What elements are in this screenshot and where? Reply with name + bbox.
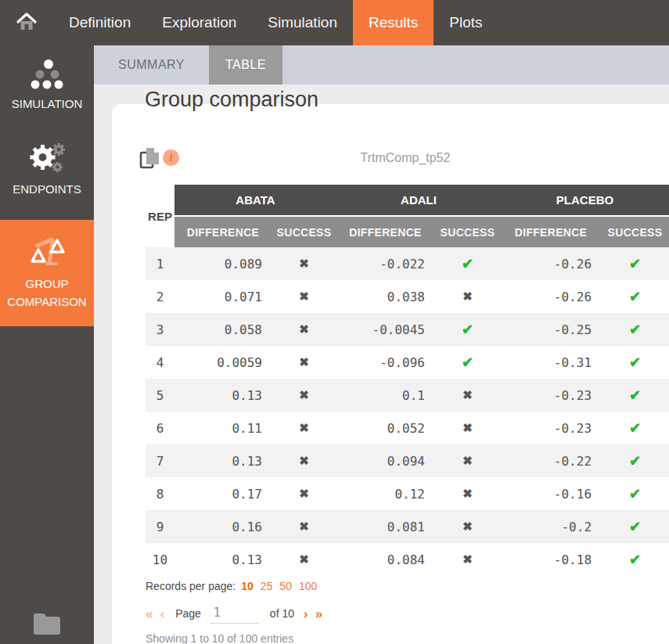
success-check-icon: ✔: [629, 552, 641, 567]
table-row: 20.071✖0.038✖-0.26✔: [146, 280, 669, 313]
tab-summary[interactable]: SUMMARY: [102, 45, 201, 85]
adali-success-cell: ✖: [434, 280, 501, 313]
nodes-icon: [29, 59, 65, 90]
failure-cross-icon: ✖: [299, 322, 309, 336]
rep-cell: 5: [146, 379, 174, 412]
scales-icon: [28, 236, 66, 270]
page-number-input[interactable]: [210, 603, 259, 624]
adali-success-cell: ✖: [434, 543, 501, 576]
gears-icon: [27, 142, 67, 175]
placebo-success-cell: ✔: [601, 280, 669, 313]
table-row: 50.13✖0.1✖-0.23✔: [146, 379, 669, 412]
first-page-icon[interactable]: «: [146, 607, 153, 621]
home-button[interactable]: [0, 0, 53, 45]
page-size-option[interactable]: 100: [299, 580, 317, 592]
project-folder-button[interactable]: [0, 611, 94, 639]
placebo-success-cell: ✔: [601, 412, 669, 444]
dataset-name: TrtmComp_tp52: [139, 151, 669, 165]
placebo-success-cell: ✔: [601, 379, 669, 412]
placebo-difference-cell: -0.26: [501, 247, 601, 280]
rep-cell: 3: [146, 313, 174, 346]
last-page-icon[interactable]: »: [315, 607, 322, 621]
adali-difference-cell: 0.1: [336, 379, 434, 412]
table-row: 90.16✖0.081✖-0.2✔: [146, 510, 669, 543]
group-header-abata: ABATA: [174, 185, 336, 216]
page-size-option[interactable]: 50: [279, 580, 292, 592]
subheader-adali-success: SUCCESS: [434, 216, 501, 247]
adali-difference-cell: 0.084: [336, 543, 434, 576]
success-check-icon: ✔: [629, 387, 641, 403]
abata-success-cell: ✖: [272, 247, 336, 280]
group-comparison-card: i TrtmComp_tp52 REP ABATA ADALI PLACEBO …: [112, 104, 669, 644]
subheader-abata-difference: DIFFERENCE: [174, 216, 272, 247]
nav-item-exploration[interactable]: Exploration: [146, 0, 252, 45]
success-check-icon: ✔: [629, 256, 641, 272]
failure-cross-icon: ✖: [462, 388, 473, 401]
table-row: 10.089✖-0.022✔-0.26✔: [146, 247, 669, 280]
sidebar-item-label: SIMULATION: [12, 97, 83, 110]
page-size-option[interactable]: 10: [241, 580, 254, 592]
failure-cross-icon: ✖: [299, 290, 309, 303]
placebo-difference-cell: -0.31: [501, 346, 601, 379]
nav-item-results[interactable]: Results: [353, 0, 433, 45]
abata-difference-cell: 0.13: [174, 379, 272, 412]
abata-difference-cell: 0.17: [174, 477, 272, 510]
records-per-page-label: Records per page:: [146, 580, 236, 592]
sidebar-item-label: GROUP COMPARISON: [7, 277, 86, 308]
sidebar-item-simulation[interactable]: SIMULATION: [0, 49, 94, 124]
nav-item-plots[interactable]: Plots: [433, 0, 498, 45]
success-check-icon: ✔: [629, 453, 641, 469]
placebo-difference-cell: -0.16: [501, 477, 601, 510]
adali-success-cell: ✔: [434, 313, 501, 346]
records-per-page: Records per page: 102550100: [146, 580, 646, 592]
rep-cell: 8: [146, 477, 174, 510]
adali-difference-cell: 0.038: [336, 280, 434, 313]
abata-success-cell: ✖: [272, 280, 336, 313]
placebo-difference-cell: -0.2: [501, 510, 601, 543]
abata-difference-cell: 0.071: [174, 280, 272, 313]
sidebar-item-endpoints[interactable]: ENDPOINTS: [0, 132, 94, 210]
home-icon: [16, 12, 38, 34]
placebo-difference-cell: -0.23: [501, 379, 601, 412]
failure-cross-icon: ✖: [462, 421, 473, 434]
page-size-option[interactable]: 25: [261, 580, 273, 592]
group-header-placebo: PLACEBO: [501, 185, 669, 216]
adali-difference-cell: -0.022: [336, 247, 434, 280]
adali-success-cell: ✔: [434, 346, 501, 379]
adali-success-cell: ✔: [434, 247, 501, 280]
placebo-success-cell: ✔: [601, 477, 669, 510]
abata-difference-cell: 0.13: [174, 543, 272, 576]
next-page-icon[interactable]: ›: [304, 607, 308, 621]
placebo-difference-cell: -0.26: [501, 280, 601, 313]
table-row: 80.17✖0.12✖-0.16✔: [146, 477, 669, 510]
tab-table[interactable]: TABLE: [209, 45, 282, 85]
sidebar-item-group-comparison[interactable]: GROUP COMPARISON: [0, 220, 94, 327]
adali-success-cell: ✖: [434, 379, 501, 412]
adali-difference-cell: 0.081: [336, 510, 434, 543]
table-row: 60.11✖0.052✖-0.23✔: [146, 412, 669, 444]
nav-item-simulation[interactable]: Simulation: [252, 0, 353, 45]
success-check-icon: ✔: [462, 256, 473, 272]
failure-cross-icon: ✖: [462, 487, 473, 500]
placebo-success-cell: ✔: [601, 543, 669, 576]
previous-page-icon[interactable]: ‹: [160, 607, 164, 621]
placebo-difference-cell: -0.25: [501, 313, 601, 346]
subheader-abata-success: SUCCESS: [272, 216, 336, 247]
success-check-icon: ✔: [629, 519, 641, 534]
nav-item-definition[interactable]: Definition: [53, 0, 146, 45]
showing-entries-text: Showing 1 to 10 of 100 entries: [146, 632, 646, 644]
success-check-icon: ✔: [629, 289, 641, 304]
abata-success-cell: ✖: [272, 477, 336, 510]
success-check-icon: ✔: [629, 354, 641, 370]
failure-cross-icon: ✖: [299, 421, 309, 434]
abata-difference-cell: 0.13: [174, 444, 272, 477]
page-label: Page: [175, 607, 201, 620]
placebo-success-cell: ✔: [601, 313, 669, 346]
rep-cell: 9: [146, 510, 174, 543]
adali-success-cell: ✖: [434, 510, 501, 543]
top-navigation: Definition Exploration Simulation Result…: [0, 0, 669, 45]
failure-cross-icon: ✖: [462, 290, 473, 303]
adali-success-cell: ✖: [434, 477, 501, 510]
column-header-rep: REP: [146, 185, 174, 247]
placebo-success-cell: ✔: [601, 247, 669, 280]
